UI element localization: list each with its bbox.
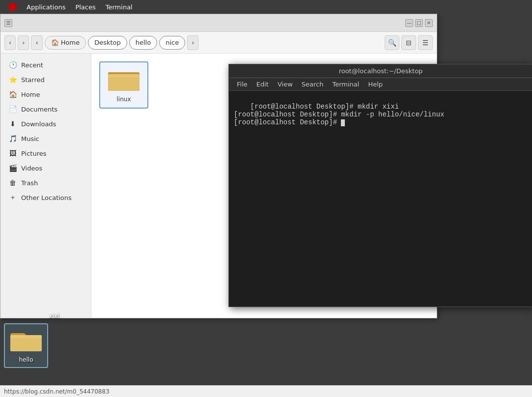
desktop-xixi-label: xixi — [4, 312, 94, 319]
breadcrumb-home[interactable]: 🏠 Home — [45, 36, 86, 50]
term-view-menu[interactable]: View — [274, 80, 297, 89]
terminal-titlebar: root@localhost:~/Desktop — [229, 64, 532, 78]
applications-menu[interactable]: Applications — [22, 2, 70, 12]
terminal-line-2: [root@localhost Desktop]# mkdir -p hello… — [234, 111, 444, 118]
term-terminal-menu[interactable]: Terminal — [328, 80, 363, 89]
term-help-menu[interactable]: Help — [364, 80, 387, 89]
prev-button[interactable]: ‹ — [31, 35, 42, 50]
terminal-window: root@localhost:~/Desktop File Edit View … — [228, 64, 532, 307]
grid-view-button[interactable]: ☰ — [418, 35, 433, 50]
terminal-content[interactable]: [root@localhost Desktop]# mkdir xixi [ro… — [229, 91, 532, 307]
term-search-menu[interactable]: Search — [298, 80, 328, 89]
desktop-hello-folder-icon — [10, 328, 42, 354]
desktop-folder-hello[interactable]: hello — [4, 323, 48, 368]
breadcrumb-hello[interactable]: hello — [129, 36, 157, 50]
prev-icon: ‹ — [35, 39, 38, 46]
forward-button[interactable]: › — [18, 35, 29, 50]
sidebar-item-documents[interactable]: 📄 Documents — [0, 102, 91, 116]
svg-rect-5 — [109, 74, 139, 77]
sidebar-item-trash[interactable]: 🗑 Trash — [0, 175, 91, 190]
desktop-hello-label: hello — [19, 356, 33, 363]
list-view-button[interactable]: ⊟ — [401, 35, 416, 50]
home-icon: 🏠 — [51, 39, 59, 46]
sidebar-item-videos[interactable]: 🎬 Videos — [0, 161, 91, 175]
terminal-title: root@localhost:~/Desktop — [339, 67, 423, 75]
fm-sidebar: 🕐 Recent ⭐ Starred 🏠 Home 📄 Documents ⬇ … — [0, 54, 91, 318]
places-menu[interactable]: Places — [70, 2, 100, 12]
back-button[interactable]: ‹ — [4, 35, 16, 50]
search-icon: 🔍 — [388, 39, 396, 47]
other-locations-icon: ＋ — [8, 193, 17, 202]
music-icon: 🎵 — [8, 134, 17, 143]
breadcrumb-more-button[interactable]: › — [187, 35, 198, 50]
videos-icon: 🎬 — [8, 164, 17, 172]
svg-rect-7 — [10, 335, 42, 338]
minimize-button[interactable]: — — [405, 19, 413, 27]
terminal-menu[interactable]: Terminal — [101, 2, 138, 12]
fm-titlebar-left: ☰ — [4, 19, 12, 27]
term-edit-menu[interactable]: Edit — [252, 80, 273, 89]
back-icon: ‹ — [9, 39, 11, 46]
url-bar: https://blog.csdn.net/m0_54470883 — [0, 385, 532, 397]
grid-view-icon: ☰ — [422, 39, 429, 47]
term-file-menu[interactable]: File — [233, 80, 252, 89]
folder-linux-name: linux — [117, 96, 131, 103]
sidebar-item-music[interactable]: 🎵 Music — [0, 131, 91, 146]
terminal-line-3: [root@localhost Desktop]# — [234, 118, 341, 126]
search-button[interactable]: 🔍 — [385, 35, 399, 50]
url-text: https://blog.csdn.net/m0_54470883 — [4, 388, 110, 395]
sidebar-toggle-btn[interactable]: ☰ — [4, 19, 12, 27]
breadcrumb-nice[interactable]: nice — [159, 36, 185, 50]
sidebar-item-recent[interactable]: 🕐 Recent — [0, 57, 91, 72]
terminal-cursor — [341, 119, 345, 126]
maximize-button[interactable]: □ — [415, 19, 423, 27]
terminal-line-1: [root@localhost Desktop]# mkdir xixi — [251, 103, 399, 111]
starred-icon: ⭐ — [8, 75, 17, 84]
documents-icon: 📄 — [8, 105, 17, 113]
trash-icon: 🗑 — [8, 178, 17, 187]
recent-icon: 🕐 — [8, 60, 17, 69]
forward-icon: › — [22, 39, 25, 46]
sidebar-item-home[interactable]: 🏠 Home — [0, 87, 91, 102]
redhat-icon — [9, 3, 17, 11]
desktop-items: xixi hello — [0, 309, 98, 397]
sidebar-item-downloads[interactable]: ⬇ Downloads — [0, 116, 91, 131]
folder-linux-icon — [108, 67, 140, 93]
folder-linux[interactable]: linux — [99, 61, 148, 109]
list-view-icon: ⊟ — [406, 39, 412, 47]
breadcrumb-desktop[interactable]: Desktop — [88, 36, 127, 50]
home-icon: 🏠 — [8, 90, 17, 99]
fm-titlebar: ☰ — □ ✕ — [0, 14, 437, 32]
app-icon[interactable] — [4, 2, 22, 12]
sidebar-item-other-locations[interactable]: ＋ Other Locations — [0, 190, 91, 205]
sidebar-item-starred[interactable]: ⭐ Starred — [0, 72, 91, 87]
pictures-icon: 🖼 — [8, 149, 17, 158]
downloads-icon: ⬇ — [8, 119, 17, 128]
terminal-menubar: File Edit View Search Terminal Help — [229, 78, 532, 91]
sidebar-item-pictures[interactable]: 🖼 Pictures — [0, 146, 91, 161]
close-button[interactable]: ✕ — [425, 19, 433, 27]
fm-toolbar: ‹ › ‹ 🏠 Home Desktop hello nice › 🔍 ⊟ — [0, 32, 437, 54]
top-menubar: Applications Places Terminal — [0, 0, 532, 14]
